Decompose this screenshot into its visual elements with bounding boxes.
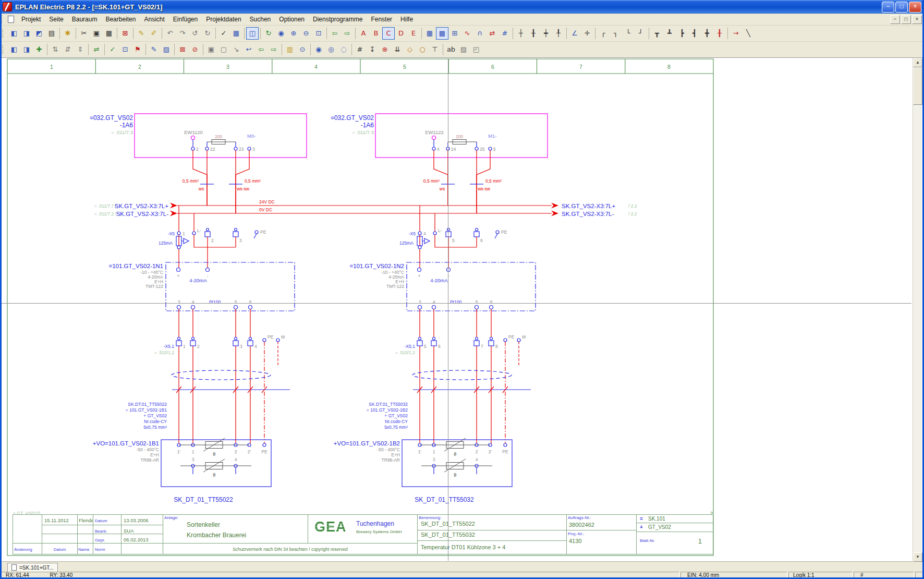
line-button[interactable]: ╲ (742, 27, 755, 40)
angle-up-left-button[interactable]: ┌ (597, 27, 610, 40)
delete-numbers-button[interactable]: ⊗ (379, 43, 391, 56)
insert-symbol-button[interactable]: ✚ (33, 43, 45, 56)
grid-a-button[interactable]: A (357, 27, 370, 40)
synchronize-button[interactable]: ⇌ (90, 43, 103, 56)
next-device-button[interactable]: ⇨ (268, 43, 280, 56)
menu-ansicht[interactable]: Ansicht (140, 15, 168, 24)
copy-page-button[interactable]: ▣ (205, 43, 217, 56)
previous-page-button[interactable]: ⇦ (329, 27, 341, 40)
previous-device-button[interactable]: ⇦ (255, 43, 268, 56)
menu-projektdaten[interactable]: Projektdaten (202, 15, 245, 24)
align-middle-button[interactable]: ╂ (527, 27, 540, 40)
sort-custom-button[interactable]: ⇕ (74, 43, 87, 56)
menu-optionen[interactable]: Optionen (275, 15, 309, 24)
snap-to-grid-button[interactable]: ▩ (436, 27, 448, 40)
close-button[interactable]: × (909, 2, 921, 13)
zoom-in-button[interactable]: ⊕ (287, 27, 300, 40)
menu-projekt[interactable]: Projekt (17, 15, 45, 24)
t-node-up-button[interactable]: ┻ (663, 27, 676, 40)
device-data-button[interactable]: ▥ (284, 43, 296, 56)
copy-button[interactable]: ▣ (90, 27, 103, 40)
page-navigator-button[interactable]: ◧ (8, 43, 20, 56)
potential-node-button[interactable]: ◎ (325, 43, 337, 56)
check-messages-button[interactable]: ✓ (217, 27, 230, 40)
cross-node-button[interactable]: ╋ (701, 27, 713, 40)
scroll-thumb[interactable] (913, 67, 922, 105)
apply-numbers-button[interactable]: ↧ (366, 43, 379, 56)
junction-button[interactable]: ╂ (713, 27, 726, 40)
edit-properties-button[interactable]: ✎ (148, 43, 160, 56)
device-clock-button[interactable]: ⊙ (296, 43, 309, 56)
next-page-button[interactable]: ⇨ (341, 27, 354, 40)
redraw-button[interactable]: ↻ (262, 27, 275, 40)
new-window-button[interactable]: ▢ (217, 43, 230, 56)
delete-placement-button[interactable]: ⊠ (176, 43, 189, 56)
logical-snap-button[interactable]: ∿ (461, 27, 473, 40)
undo-list-button[interactable]: ↺ (189, 27, 201, 40)
menu-bauraum[interactable]: Bauraum (68, 15, 102, 24)
page-tab[interactable]: =SK.101+GT... (7, 563, 58, 572)
undo-button[interactable]: ↶ (164, 27, 176, 40)
bookmark-button[interactable]: ⚑ (131, 43, 144, 56)
print-button[interactable]: ▤ (45, 27, 58, 40)
grid-c-button[interactable]: C (382, 27, 395, 40)
place-part-button[interactable]: ↘ (230, 43, 242, 56)
menu-hilfe[interactable]: Hilfe (396, 15, 417, 24)
page-properties-button[interactable]: ◩ (33, 27, 45, 40)
insert-arrow-button[interactable]: → (730, 27, 742, 40)
drawing-canvas[interactable]: 1 2 3 4 5 6 7 8 + GT_VS01/S 2 = .011/7.7… (0, 57, 924, 562)
page-open-button[interactable]: ◧ (8, 27, 20, 40)
object-snap-button[interactable]: ⊞ (448, 27, 461, 40)
mdi-close-button[interactable]: × (912, 15, 922, 24)
customize-button[interactable]: ✱ (62, 27, 74, 40)
grid-e-button[interactable]: E (407, 27, 420, 40)
mdi-restore-button[interactable]: □ (901, 15, 911, 24)
image-frame-button[interactable]: ◰ (470, 43, 482, 56)
menu-fenster[interactable]: Fenster (367, 15, 396, 24)
interruption-point-button[interactable]: ⊘ (189, 43, 201, 56)
plug-definition-button[interactable]: ◇ (404, 43, 416, 56)
zoom-out-button[interactable]: ⊖ (300, 27, 312, 40)
menu-dienstprogramme[interactable]: Dienstprogramme (309, 15, 367, 24)
t-node-left-button[interactable]: ┫ (688, 27, 701, 40)
align-center-button[interactable]: ┿ (540, 27, 552, 40)
angle-down-left-button[interactable]: └ (622, 27, 635, 40)
magnetic-snap-button[interactable]: ∩ (473, 27, 486, 40)
delete-button[interactable]: ⊠ (119, 27, 131, 40)
restore-button[interactable]: □ (895, 2, 908, 13)
net-definition-button[interactable]: ◌ (337, 43, 350, 56)
save-layout-button[interactable]: ⊡ (119, 43, 131, 56)
t-connection-button[interactable]: ⊤ (429, 43, 441, 56)
cut-button[interactable]: ✂ (78, 27, 90, 40)
grid-d-button[interactable]: D (395, 27, 407, 40)
mdi-minimize-button[interactable]: − (890, 15, 900, 24)
align-top-button[interactable]: ╀ (552, 27, 565, 40)
coordinate-input-button[interactable]: ✛ (581, 27, 593, 40)
graphical-preview-button[interactable]: ◫ (246, 27, 259, 40)
menu-suchen[interactable]: Suchen (246, 15, 275, 24)
scroll-down-button[interactable]: ▼ (913, 552, 922, 562)
zoom-entire-page-button[interactable]: ⊡ (312, 27, 325, 40)
t-node-down-button[interactable]: ┳ (651, 27, 663, 40)
scroll-up-button[interactable]: ▲ (913, 58, 922, 67)
grid-display-button[interactable]: ▦ (423, 27, 436, 40)
text-insert-button[interactable]: ab (445, 43, 457, 56)
angle-up-right-button[interactable]: ┐ (610, 27, 622, 40)
layer-navigator-button[interactable]: ◨ (20, 43, 33, 56)
menu-seite[interactable]: Seite (45, 15, 67, 24)
switch-connection-button[interactable]: ⇄ (486, 27, 499, 40)
page-new-button[interactable]: ◨ (20, 27, 33, 40)
menu-einfügen[interactable]: Einfügen (169, 15, 202, 24)
pin-definition-button[interactable]: ○ (416, 43, 429, 56)
hatch-button[interactable]: ▨ (457, 43, 470, 56)
minimize-button[interactable]: − (882, 2, 894, 13)
assign-format-button[interactable]: ✐ (148, 27, 160, 40)
redo-button[interactable]: ↷ (176, 27, 189, 40)
jump-back-button[interactable]: ↩ (242, 43, 255, 56)
apply-button[interactable]: ✓ (106, 43, 119, 56)
menu-bearbeiten[interactable]: Bearbeiten (101, 15, 140, 24)
wire-numbering-button[interactable]: # (354, 43, 366, 56)
sort-ascending-button[interactable]: ⇅ (49, 43, 62, 56)
renumber-button[interactable]: ⇊ (391, 43, 404, 56)
angle-down-right-button[interactable]: ┘ (635, 27, 647, 40)
